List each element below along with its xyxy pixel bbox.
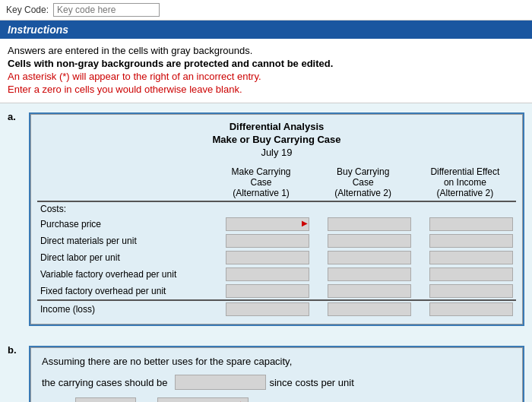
section-b-intro: Assuming there are no better uses for th… xyxy=(42,356,511,367)
col3-header: Differential Effecton Income(Alternative… xyxy=(414,164,516,201)
fixedoverhead-col1-input[interactable] xyxy=(226,284,309,298)
row-label-fixed-overhead: Fixed factory overhead per unit xyxy=(37,283,210,300)
b-row1-before: the carrying cases should be xyxy=(42,377,167,388)
section-a-box: Differential Analysis Make or Buy Carryi… xyxy=(29,112,524,326)
table-title-1: Differential Analysis xyxy=(37,121,516,132)
section-b: b. Assuming there are no better uses for… xyxy=(8,343,524,402)
b-row2-before: would xyxy=(42,400,68,403)
b-row-1: the carrying cases should be since costs… xyxy=(42,375,511,390)
b-row2-mid: by xyxy=(139,400,150,403)
diff-table: Make CarryingCase(Alternative 1) Buy Car… xyxy=(37,164,516,318)
table-row: Income (loss) xyxy=(37,300,516,318)
section-b-label: b. xyxy=(8,343,24,356)
row-label-income: Income (loss) xyxy=(37,300,210,318)
row-label-direct-labor: Direct labor per unit xyxy=(37,249,210,266)
main-content: a. Differential Analysis Make or Buy Car… xyxy=(0,103,532,402)
table-title-3: July 19 xyxy=(37,147,516,158)
instructions-header: Instructions xyxy=(0,21,532,39)
purchase-col1-input[interactable] xyxy=(226,217,309,231)
table-title-2: Make or Buy Carrying Case xyxy=(37,134,516,145)
key-code-input[interactable] xyxy=(53,3,160,17)
instruction-line-4: Enter a zero in cells you would otherwis… xyxy=(8,84,524,95)
fixedoverhead-col3-input[interactable] xyxy=(429,284,513,298)
instruction-line-1: Answers are entered in the cells with gr… xyxy=(8,45,524,56)
directmat-col1-input[interactable] xyxy=(226,234,309,248)
row-label-variable-overhead: Variable factory overhead per unit xyxy=(37,266,210,283)
directmat-col2-input[interactable] xyxy=(328,234,411,248)
b-would-input[interactable] xyxy=(75,397,136,402)
instruction-line-2: Cells with non-gray backgrounds are prot… xyxy=(8,58,524,69)
row-label-direct-materials: Direct materials per unit xyxy=(37,233,210,249)
col2-header: Buy CarryingCase(Alternative 2) xyxy=(312,164,414,201)
varoverhead-col2-input[interactable] xyxy=(328,267,411,281)
b-carrying-cases-input[interactable] xyxy=(175,375,266,390)
varoverhead-col3-input[interactable] xyxy=(429,267,513,281)
varoverhead-col1-input[interactable] xyxy=(226,267,309,281)
section-a-content: Differential Analysis Make or Buy Carryi… xyxy=(29,109,524,329)
income-col2-input[interactable] xyxy=(328,302,411,316)
purchase-col2-input[interactable] xyxy=(328,217,411,231)
directlabor-col1-input[interactable] xyxy=(226,251,309,264)
section-a: a. Differential Analysis Make or Buy Car… xyxy=(8,109,524,329)
col1-header: Make CarryingCase(Alternative 1) xyxy=(210,164,312,201)
income-col1-input[interactable] xyxy=(226,302,309,316)
b-row1-after: since costs per unit xyxy=(269,377,353,388)
directmat-col3-input[interactable] xyxy=(429,234,513,248)
costs-label: Costs: xyxy=(37,201,210,216)
table-row: Direct labor per unit xyxy=(37,249,516,266)
table-header-row: Make CarryingCase(Alternative 1) Buy Car… xyxy=(37,164,516,201)
table-row: Variable factory overhead per unit xyxy=(37,266,516,283)
section-b-box: Assuming there are no better uses for th… xyxy=(29,346,524,402)
col-label-header xyxy=(37,164,210,201)
instructions-body: Answers are entered in the cells with gr… xyxy=(0,39,532,103)
fixedoverhead-col2-input[interactable] xyxy=(328,284,411,298)
row-label-purchase: Purchase price xyxy=(37,216,210,233)
diff-analysis-box: Differential Analysis Make or Buy Carryi… xyxy=(30,114,523,324)
section-b-inner: Assuming there are no better uses for th… xyxy=(30,347,523,402)
income-col3-input[interactable] xyxy=(429,302,513,316)
key-code-label: Key Code: xyxy=(6,5,49,15)
directlabor-col3-input[interactable] xyxy=(429,251,513,264)
topbar: Key Code: xyxy=(0,0,532,21)
table-row: Direct materials per unit xyxy=(37,233,516,249)
costs-label-row: Costs: xyxy=(37,201,516,216)
instruction-line-3: An asterisk (*) will appear to the right… xyxy=(8,71,524,82)
directlabor-col2-input[interactable] xyxy=(328,251,411,264)
table-row: Fixed factory overhead per unit xyxy=(37,283,516,300)
section-a-label: a. xyxy=(8,109,24,122)
purchase-col3-input[interactable] xyxy=(429,217,513,231)
b-by-input[interactable] xyxy=(157,397,249,402)
b-row2-after: by doing so. xyxy=(252,400,305,403)
table-row: Purchase price xyxy=(37,216,516,233)
section-b-content: Assuming there are no better uses for th… xyxy=(29,343,524,402)
b-row-2: would by by doing so. xyxy=(42,397,511,402)
instructions-title: Instructions xyxy=(8,24,68,36)
